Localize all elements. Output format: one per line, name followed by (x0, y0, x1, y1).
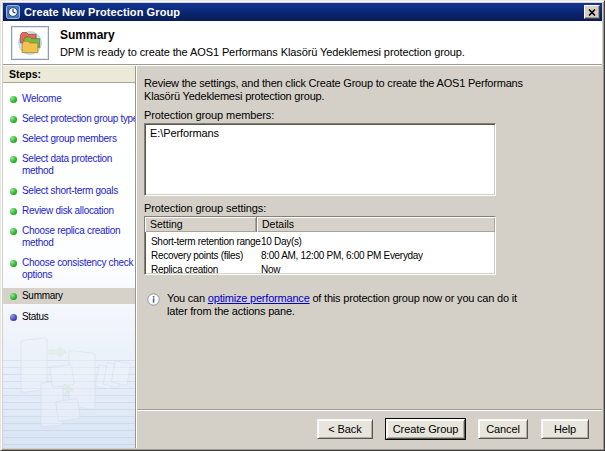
title-bar: Create New Protection Group (3, 3, 602, 21)
dpm-app-icon (6, 5, 20, 19)
sidebar-item-welcome[interactable]: Welcome (3, 92, 135, 106)
table-row: Replica creation Now (145, 263, 495, 275)
settings-table-rows: Short-term retention range 10 Day(s) Rec… (145, 232, 495, 275)
optimize-note: You can optimize performance of this pro… (147, 292, 602, 318)
window-title: Create New Protection Group (24, 6, 584, 18)
sidebar-item-choose-replica-creation-method[interactable]: Choose replica creation method (3, 224, 135, 250)
step-bullet-icon (10, 314, 17, 321)
optimize-performance-link[interactable]: optimize performance (208, 292, 310, 304)
sidebar-item-summary[interactable]: Summary (3, 288, 135, 304)
create-group-button[interactable]: Create Group (386, 419, 465, 439)
info-icon (147, 293, 160, 318)
page-subtitle: DPM is ready to create the AOS1 Performa… (60, 46, 465, 58)
summary-content: Review the settings, and then click Crea… (136, 66, 602, 448)
step-bullet-icon (10, 293, 17, 300)
column-header-setting: Setting (145, 217, 257, 232)
column-header-details: Details (257, 217, 495, 232)
protection-group-folders-icon (11, 26, 49, 60)
note-before: You can (167, 292, 208, 304)
sidebar-item-select-group-members[interactable]: Select group members (3, 132, 135, 146)
create-new-protection-group-dialog: Create New Protection Group (0, 0, 605, 451)
steps-sidebar: Steps: Welcome Select protection group t… (3, 66, 136, 448)
wizard-header: Summary DPM is ready to create the AOS1 … (3, 21, 602, 65)
step-bullet-icon (10, 136, 17, 143)
settings-label: Protection group settings: (144, 202, 602, 214)
members-label: Protection group members: (144, 109, 602, 121)
help-button[interactable]: Help (541, 419, 589, 439)
step-bullet-icon (10, 228, 17, 235)
steps-list: Welcome Select protection group type Sel… (3, 83, 135, 324)
step-bullet-icon (10, 260, 17, 267)
sidebar-item-select-protection-group-type[interactable]: Select protection group type (3, 112, 135, 126)
step-bullet-icon (10, 116, 17, 123)
header-text: Summary DPM is ready to create the AOS1 … (60, 25, 465, 58)
sidebar-item-select-data-protection-method[interactable]: Select data protection method (3, 152, 135, 178)
sidebar-item-select-short-term-goals[interactable]: Select short-term goals (3, 184, 135, 198)
settings-table-header: Setting Details (145, 217, 495, 232)
back-button[interactable]: < Back (317, 419, 373, 439)
note-text: You can optimize performance of this pro… (167, 292, 532, 318)
wizard-body: Steps: Welcome Select protection group t… (3, 65, 602, 448)
review-instructions: Review the settings, and then click Crea… (144, 77, 524, 103)
step-bullet-icon (10, 96, 17, 103)
sidebar-item-choose-consistency-check-options[interactable]: Choose consistency check options (3, 256, 135, 282)
cancel-button[interactable]: Cancel (478, 419, 528, 439)
table-row: Short-term retention range 10 Day(s) (145, 235, 495, 249)
table-row: Recovery points (files) 8:00 AM, 12:00 P… (145, 249, 495, 263)
step-bullet-icon (10, 208, 17, 215)
steps-heading: Steps: (3, 66, 135, 83)
step-bullet-icon (10, 156, 17, 163)
dialog-buttons: < Back Create Group Cancel Help (317, 419, 589, 439)
member-item: E:\Performans (150, 127, 490, 140)
protection-group-settings-table: Setting Details Short-term retention ran… (144, 216, 496, 275)
servers-watermark (7, 314, 133, 446)
sidebar-item-status[interactable]: Status (3, 310, 135, 324)
protection-group-members-listbox[interactable]: E:\Performans (144, 123, 496, 196)
close-icon[interactable] (584, 5, 600, 19)
sidebar-item-review-disk-allocation[interactable]: Review disk allocation (3, 204, 135, 218)
step-bullet-icon (10, 188, 17, 195)
page-title: Summary (60, 28, 465, 42)
button-separator (137, 409, 602, 411)
